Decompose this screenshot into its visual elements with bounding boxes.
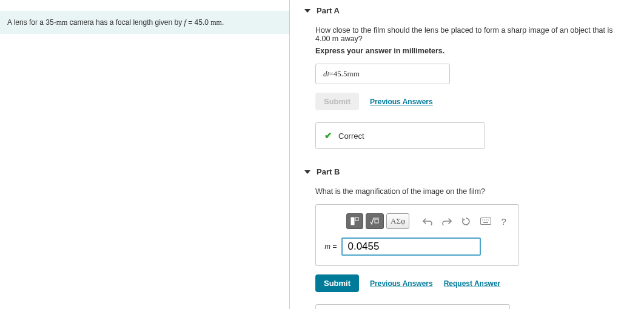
svg-point-5: [485, 219, 486, 221]
undo-button[interactable]: [419, 213, 436, 229]
previous-answers-link[interactable]: Previous Answers: [370, 98, 433, 106]
problem-statement: A lens for a 35-mm camera has a focal le…: [0, 11, 289, 34]
answer-input-container: ΑΣφ ?: [315, 204, 519, 266]
svg-rect-3: [481, 218, 491, 225]
template-tool-button[interactable]: [346, 213, 363, 229]
svg-point-6: [486, 219, 488, 221]
answer-unit: mm: [347, 69, 360, 79]
magnification-input[interactable]: [341, 238, 481, 256]
svg-point-4: [483, 219, 484, 221]
problem-text-3: .: [222, 18, 224, 27]
answer-var: m: [324, 242, 330, 251]
request-answer-link[interactable]: Request Answer: [444, 279, 501, 288]
answer-eq: =: [329, 69, 334, 79]
problem-text-2: camera has a focal length given by: [67, 18, 184, 27]
part-b-header[interactable]: Part B: [304, 164, 629, 187]
part-b-section: Part B What is the magnification of the …: [304, 164, 629, 309]
svg-rect-0: [351, 218, 354, 225]
answer-panel: Part A How close to the film should the …: [290, 0, 644, 309]
keyboard-icon: [480, 218, 491, 225]
problem-panel: A lens for a 35-mm camera has a focal le…: [0, 0, 290, 309]
svg-point-7: [488, 219, 489, 221]
submit-button[interactable]: Submit: [315, 274, 359, 292]
svg-rect-2: [375, 219, 378, 223]
part-b-title: Part B: [317, 167, 340, 176]
reset-icon: [461, 217, 471, 226]
problem-unit-1: mm: [56, 18, 68, 27]
problem-unit-2: mm: [210, 18, 222, 27]
chevron-down-icon[interactable]: [304, 9, 310, 13]
part-a-feedback: ✔ Correct: [315, 122, 485, 149]
redo-icon: [442, 217, 452, 225]
previous-answers-link[interactable]: Previous Answers: [370, 279, 433, 288]
feedback-text: Correct: [338, 131, 364, 141]
part-b-question: What is the magnification of the image o…: [315, 187, 629, 196]
redo-button[interactable]: [438, 213, 455, 229]
keyboard-button[interactable]: [477, 213, 495, 229]
chevron-down-icon[interactable]: [304, 170, 310, 174]
equation-toolbar: ΑΣφ ?: [346, 213, 510, 229]
part-b-feedback: ✖ Incorrect; Try Again; 27 attempts rema…: [315, 304, 510, 309]
submit-button: Submit: [315, 93, 359, 110]
check-icon: ✔: [324, 130, 332, 141]
svg-rect-1: [355, 218, 358, 221]
part-a-header[interactable]: Part A: [304, 2, 629, 26]
part-a-answer-readout: di = 45.5 mm: [315, 64, 450, 84]
radical-icon: [370, 217, 380, 225]
part-a-instruction: Express your answer in millimeters.: [315, 47, 629, 55]
undo-icon: [423, 217, 432, 225]
part-a-question: How close to the film should the lens be…: [315, 26, 629, 43]
reset-button[interactable]: [458, 213, 474, 229]
answer-value: 45.5: [334, 69, 347, 79]
radical-tool-button[interactable]: [366, 213, 384, 229]
answer-eq: =: [330, 242, 337, 251]
svg-rect-8: [483, 222, 488, 224]
part-a-title: Part A: [317, 6, 340, 15]
template-icon: [351, 217, 359, 225]
part-a-section: Part A How close to the film should the …: [304, 2, 629, 149]
help-button[interactable]: ?: [497, 213, 509, 229]
problem-eq: = 45.0: [186, 18, 210, 27]
greek-tool-button[interactable]: ΑΣφ: [386, 213, 409, 229]
problem-text-1: A lens for a 35-: [7, 18, 56, 27]
